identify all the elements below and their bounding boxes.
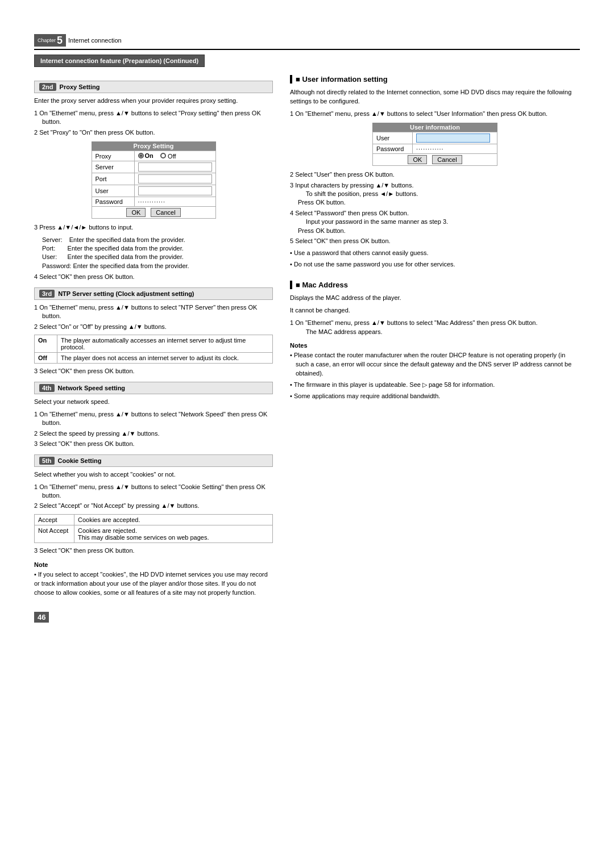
step2-intro: Enter the proxy server address when your… [34, 97, 273, 106]
step-2nd-badge: 2nd [39, 83, 56, 91]
step2-instr-3: Press ▲/▼/◄/► buttons to input. [34, 223, 273, 232]
user-info-step-2: Select "User" then press OK button. [290, 170, 580, 179]
proxy-ok-button[interactable]: OK [126, 208, 146, 217]
user-label: User [92, 185, 134, 197]
step3-instr-1: On "Ethernet" menu, press ▲/▼ buttons to… [34, 303, 273, 321]
step2-instr-2: Set "Proxy" to "On" then press OK button… [34, 128, 273, 137]
user-info-intro: Although not directly related to the Int… [290, 88, 580, 106]
user-info-instructions: On "Ethernet" menu, press ▲/▼ buttons to… [290, 110, 580, 118]
step-5th-heading: 5th Cookie Setting [34, 454, 273, 467]
mac-instr-1: On "Ethernet" menu, press ▲/▼ buttons to… [290, 319, 580, 336]
mac-intro-1: Displays the MAC address of the player. [290, 294, 580, 303]
proxy-row-proxy: Proxy On Off [92, 151, 215, 161]
port-label: Port [92, 173, 134, 185]
cookie-notaccept-desc: Cookies are rejected.This may disable so… [74, 525, 273, 542]
user-info-bullet-2: Do not use the same password you use for… [290, 260, 580, 269]
user-info-step-4-sub: Input your password in the same manner a… [298, 218, 448, 233]
ui-user-label: User [373, 132, 413, 144]
step-3rd-heading: 3rd NTP Server setting (Clock adjustment… [34, 287, 273, 300]
step5-instr-1: On "Ethernet" menu, press ▲/▼ buttons to… [34, 483, 273, 500]
proxy-row-user: User [92, 185, 215, 197]
step4-instructions: On "Ethernet" menu, press ▲/▼ buttons to… [34, 410, 273, 449]
step3-step3-text: 3 Select "OK" then press OK button. [34, 367, 273, 376]
user-info-steps: Select "User" then press OK button. Inpu… [290, 170, 580, 245]
left-column: 2nd Proxy Setting Enter the proxy server… [34, 75, 273, 600]
step4-instr-1: On "Ethernet" menu, press ▲/▼ buttons to… [34, 410, 273, 428]
proxy-table-caption: Proxy Setting [92, 141, 216, 151]
step5-intro: Select whether you wish to accept "cooki… [34, 470, 273, 479]
server-detail: Server: Enter the specified data from th… [42, 236, 273, 244]
step2-instructions: On "Ethernet" menu, press ▲/▼ buttons to… [34, 109, 273, 137]
user-info-step-3-sub: To shift the position, press ◄/► buttons… [298, 190, 418, 206]
chapter-number: 5 [57, 35, 63, 45]
step4-instr-3: Select "OK" then press OK button. [34, 440, 273, 448]
ntp-row-off: Off The player does not access an intern… [35, 353, 273, 364]
radio-off-dot [160, 153, 166, 158]
proxy-row-password: Password ············ [92, 197, 215, 207]
proxy-row-port: Port [92, 173, 215, 185]
proxy-value: On Off [134, 151, 215, 161]
mac-instructions: On "Ethernet" menu, press ▲/▼ buttons to… [290, 319, 580, 336]
user-info-bullets: Use a password that others cannot easily… [290, 249, 580, 269]
mac-address-section-title: ■ Mac Address [290, 281, 580, 289]
cookie-notaccept-label: Not Accept [35, 525, 74, 542]
step5-note-heading: Note [34, 561, 273, 568]
proxy-ok-cancel: OK Cancel [92, 207, 215, 219]
ui-password-label: Password [373, 144, 413, 154]
step5-instructions: On "Ethernet" menu, press ▲/▼ buttons to… [34, 483, 273, 511]
ntp-table: On The player automatically accesses an … [34, 335, 273, 364]
port-value [134, 173, 215, 185]
proxy-off-radio: Off [160, 153, 176, 160]
mac-intro-2: It cannot be changed. [290, 306, 580, 315]
server-field[interactable] [138, 162, 212, 172]
ntp-on-desc: The player automatically accesses an int… [57, 335, 273, 353]
proxy-label: Proxy [92, 151, 134, 161]
ntp-off-label: Off [35, 353, 57, 364]
note-item-1: Please contact the router manufacturer w… [290, 351, 580, 378]
step-2nd-heading: 2nd Proxy Setting [34, 81, 273, 93]
chapter-title: Internet connection [68, 37, 122, 44]
step2-instr-1: On "Ethernet" menu, press ▲/▼ buttons to… [34, 109, 273, 127]
step-4th-badge: 4th [39, 384, 55, 392]
step3-instr-2: Select "On" or "Off" by pressing ▲/▼ but… [34, 323, 273, 331]
step-5th-badge: 5th [39, 457, 55, 465]
ui-password-dots: ············ [416, 145, 444, 152]
user-info-ok-cancel-row: OK Cancel [373, 154, 497, 166]
user-info-row-user: User [373, 132, 497, 144]
step5-note-text: • If you select to accept "cookies", the… [34, 570, 273, 598]
password-value: ············ [134, 197, 215, 207]
chapter-header: Chapter 5 Internet connection [34, 34, 580, 50]
step-3rd-badge: 3rd [39, 290, 55, 298]
user-value [134, 185, 215, 197]
ui-password-value: ············ [413, 144, 497, 154]
step-5th-title: Cookie Setting [58, 457, 102, 464]
proxy-ok-cancel-row: OK Cancel [92, 207, 215, 219]
chapter-badge: Chapter 5 [34, 34, 66, 47]
note-item-2: The firmware in this player is updateabl… [290, 381, 580, 390]
user-info-step-4: Select "Password" then press OK button. … [290, 209, 580, 235]
user-info-cancel-button[interactable]: Cancel [432, 155, 462, 164]
ntp-on-label: On [35, 335, 57, 353]
notes-heading: Notes [290, 342, 580, 349]
user-info-table-caption: User information [372, 123, 497, 132]
user-info-ok-cancel: OK Cancel [373, 154, 497, 166]
user-info-table: User information User Password ·········… [372, 123, 497, 166]
user-info-step-3: Input characters by pressing ▲/▼ buttons… [290, 181, 580, 207]
step-4th-heading: 4th Network Speed setting [34, 382, 273, 394]
ui-user-field[interactable] [416, 133, 490, 143]
proxy-cancel-button[interactable]: Cancel [151, 208, 180, 217]
user-field[interactable] [138, 186, 212, 195]
notes-list: Please contact the router manufacturer w… [290, 351, 580, 401]
proxy-row-server: Server [92, 161, 215, 173]
proxy-on-radio: On [138, 152, 154, 159]
ui-user-value [413, 132, 497, 144]
step5-step3-text: 3 Select "OK" then press OK button. [34, 546, 273, 556]
step2-press-instructions: Press ▲/▼/◄/► buttons to input. [34, 223, 273, 232]
step4-intro: Select your network speed. [34, 398, 273, 407]
user-info-ok-button[interactable]: OK [408, 155, 427, 164]
proxy-setting-table: Proxy Setting Proxy On Off [92, 141, 216, 219]
password-label: Password [92, 197, 134, 207]
user-info-instr-1: On "Ethernet" menu, press ▲/▼ buttons to… [290, 110, 580, 118]
step-2nd-title: Proxy Setting [60, 84, 100, 90]
port-field[interactable] [138, 174, 212, 183]
